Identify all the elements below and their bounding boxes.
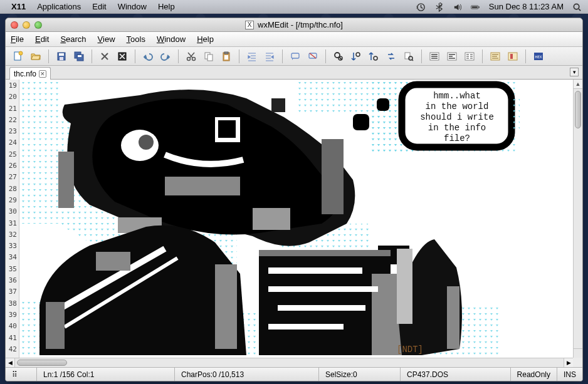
undo-button[interactable] <box>140 49 155 63</box>
cut-button[interactable] <box>184 49 199 63</box>
menu-tools[interactable]: Tools <box>127 34 145 44</box>
mac-menu-applications[interactable]: Applications <box>37 2 81 11</box>
svg-text:in the info: in the info <box>428 123 486 133</box>
titlebar[interactable]: XwxMEdit - [/tmp/thc.nfo] <box>6 18 582 32</box>
find-button[interactable] <box>331 49 346 63</box>
mac-menu-edit[interactable]: Edit <box>92 2 106 11</box>
svg-rect-22 <box>291 53 299 58</box>
tab-dropdown-icon[interactable]: ▾ <box>570 68 579 76</box>
svg-rect-62 <box>268 267 362 274</box>
mac-menu-app[interactable]: X11 <box>11 2 26 11</box>
svg-rect-51 <box>58 152 74 208</box>
svg-rect-57 <box>46 302 65 349</box>
svg-rect-52 <box>322 139 344 214</box>
save-button[interactable] <box>54 49 69 63</box>
paste-button[interactable] <box>219 49 234 63</box>
svg-text:[NDT]: [NDT] <box>397 345 423 355</box>
scroll-right-icon[interactable]: ▶ <box>564 358 573 367</box>
svg-rect-70 <box>377 98 389 111</box>
battery-icon[interactable] <box>471 1 480 11</box>
svg-rect-63 <box>268 286 378 292</box>
uncomment-button[interactable] <box>305 49 320 63</box>
svg-rect-50 <box>218 120 236 138</box>
hscroll-thumb[interactable] <box>17 360 67 366</box>
tab-bar: thc.nfo ✕ ▾ <box>6 66 582 80</box>
new-file-button[interactable] <box>11 49 26 63</box>
menu-window[interactable]: Window <box>157 34 186 44</box>
svg-rect-10 <box>60 57 63 60</box>
svg-rect-77 <box>394 101 400 133</box>
menu-edit[interactable]: Edit <box>35 34 49 44</box>
toolbar: HEX <box>6 47 582 66</box>
menu-help[interactable]: Help <box>197 34 214 44</box>
menu-file[interactable]: File <box>11 34 24 44</box>
volume-icon[interactable] <box>453 1 462 11</box>
zoom-button[interactable] <box>34 21 42 29</box>
svg-rect-65 <box>268 324 344 330</box>
svg-rect-2 <box>472 6 478 8</box>
open-file-button[interactable] <box>28 49 43 63</box>
svg-rect-13 <box>78 55 81 57</box>
window-title: wxMEdit - [/tmp/thc.nfo] <box>258 20 343 29</box>
svg-rect-35 <box>510 54 513 59</box>
find-in-files-button[interactable] <box>401 49 416 63</box>
find-next-button[interactable] <box>349 49 364 63</box>
text-mode-button[interactable] <box>488 49 503 63</box>
outdent-button[interactable] <box>262 49 277 63</box>
window-icon: X <box>245 21 254 29</box>
column-mode-button[interactable] <box>505 49 520 63</box>
svg-line-5 <box>579 9 580 11</box>
bluetooth-icon[interactable] <box>434 1 444 11</box>
svg-rect-48 <box>165 177 240 195</box>
svg-point-26 <box>356 53 360 56</box>
menu-search[interactable]: Search <box>60 34 86 44</box>
close-all-button[interactable] <box>115 49 130 63</box>
scroll-thumb[interactable] <box>575 91 581 128</box>
svg-rect-54 <box>253 208 290 230</box>
close-button[interactable] <box>11 21 18 29</box>
svg-point-16 <box>192 57 196 60</box>
clock[interactable]: Sun Dec 8 11:23 AM <box>489 2 564 11</box>
hex-mode-button[interactable]: HEX <box>531 49 546 63</box>
comment-button[interactable] <box>288 49 303 63</box>
status-resize-dots: ⠿ <box>6 368 37 381</box>
spotlight-icon[interactable] <box>572 1 582 11</box>
wrap-word-button[interactable] <box>444 49 459 63</box>
save-all-button[interactable] <box>71 49 87 63</box>
editor-content[interactable]: hmm..what in the world should i write in… <box>19 80 573 358</box>
svg-rect-67 <box>397 249 412 324</box>
mac-menu-help[interactable]: Help <box>158 2 175 11</box>
svg-rect-64 <box>278 305 365 311</box>
svg-rect-55 <box>271 98 285 112</box>
svg-rect-20 <box>224 52 228 54</box>
scroll-up-icon[interactable]: ▲ <box>574 80 582 89</box>
svg-point-15 <box>187 57 191 60</box>
find-prev-button[interactable] <box>366 49 381 63</box>
copy-button[interactable] <box>201 49 216 63</box>
status-insert-mode: INS <box>557 368 582 381</box>
svg-rect-78 <box>513 98 520 133</box>
replace-button[interactable] <box>384 49 399 63</box>
menu-view[interactable]: View <box>98 34 115 44</box>
tab-thc-nfo[interactable]: thc.nfo ✕ <box>9 67 51 80</box>
minimize-button[interactable] <box>23 21 30 29</box>
wrap-none-button[interactable] <box>427 49 442 63</box>
svg-rect-69 <box>353 114 369 130</box>
nfo-ascii-art: hmm..what in the world should i write in… <box>21 80 573 355</box>
svg-rect-59 <box>259 252 391 355</box>
scroll-left-icon[interactable]: ◀ <box>6 358 15 367</box>
time-machine-icon[interactable] <box>416 1 426 11</box>
svg-rect-18 <box>207 54 213 61</box>
macos-menubar: X11 Applications Edit Window Help Sun De… <box>0 0 588 14</box>
mac-menu-window[interactable]: Window <box>118 2 147 11</box>
close-button-tb[interactable] <box>97 49 112 63</box>
indent-button[interactable] <box>244 49 260 63</box>
tab-close-icon[interactable]: ✕ <box>39 70 46 78</box>
redo-button[interactable] <box>158 49 173 63</box>
vertical-scrollbar[interactable]: ▲ ▼ <box>573 80 582 358</box>
svg-text:HEX: HEX <box>535 54 542 59</box>
wrap-column-button[interactable] <box>462 49 477 63</box>
svg-point-4 <box>574 4 579 9</box>
horizontal-scrollbar[interactable]: ◀ ▶ <box>6 358 573 367</box>
svg-rect-58 <box>215 264 237 349</box>
